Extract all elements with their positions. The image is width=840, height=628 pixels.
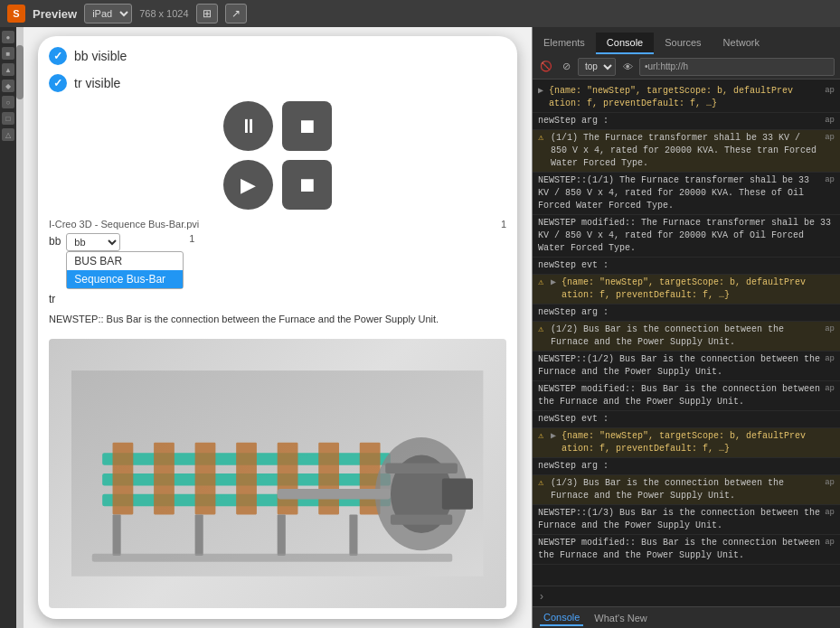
svg-rect-21 bbox=[92, 554, 452, 562]
console-text-arg3: newStep arg : bbox=[538, 460, 835, 473]
tr-row: tr bbox=[49, 293, 506, 305]
counter1: 1 bbox=[501, 219, 506, 230]
console-entry-arg-2: newStep arg : bbox=[533, 305, 840, 322]
console-entry-evt-2: newStep evt : bbox=[533, 411, 840, 428]
sidebar-icon-6: □ bbox=[2, 112, 14, 125]
filter-icon-button[interactable]: ⊘ bbox=[558, 59, 574, 75]
dropdown-container: bb BUS BAR Sequence Bus-Bar bbox=[66, 233, 184, 289]
stop-button[interactable]: ⏹ bbox=[282, 101, 332, 151]
devtools-panel: Elements Console Sources Network 🚫 ⊘ top… bbox=[533, 27, 840, 628]
console-text-obj3: ▶ {name: "newStep", targetScope: b, defa… bbox=[551, 430, 835, 455]
checkbox-tr-label: tr visible bbox=[74, 76, 120, 90]
svg-rect-4 bbox=[113, 443, 134, 515]
sidebar-icon-2: ■ bbox=[2, 47, 14, 60]
console-output[interactable]: ▶ {name: "newStep", targetScope: b, defa… bbox=[533, 80, 840, 586]
warning-icon-3: ⚠ bbox=[538, 477, 547, 502]
preview-panel: ✓ bb visible ✓ tr visible ⏸ ⏹ ▶ ⏹ bbox=[24, 27, 533, 628]
console-link-newstep-arg-1[interactable]: ap bbox=[825, 115, 835, 127]
console-link-mod2[interactable]: ap bbox=[825, 383, 835, 408]
console-entry-mod3: NEWSTEP modified:: Bus Bar is the connec… bbox=[533, 535, 840, 565]
device-frame: ✓ bb visible ✓ tr visible ⏸ ⏹ ▶ ⏹ bbox=[38, 36, 517, 619]
bb-row: bb bb BUS BAR Sequence Bus-Bar 1 bbox=[49, 233, 506, 289]
console-text-mod2: NEWSTEP modified:: Bus Bar is the connec… bbox=[538, 383, 821, 408]
sidebar-icon-5: ○ bbox=[2, 96, 14, 108]
console-entry-evt-1: newStep evt : bbox=[533, 258, 840, 275]
devtools-toolbar: 🚫 ⊘ top 👁 bbox=[533, 54, 840, 80]
devtools-bottom: Console What's New bbox=[533, 606, 840, 628]
play-button[interactable]: ▶ bbox=[223, 160, 273, 210]
console-prompt: › bbox=[533, 586, 840, 606]
svg-rect-14 bbox=[391, 515, 452, 525]
layout-icon-button[interactable]: ⊞ bbox=[196, 4, 218, 23]
console-link-0[interactable]: ap bbox=[825, 85, 835, 110]
svg-rect-6 bbox=[195, 443, 216, 515]
console-link-w3[interactable]: ap bbox=[825, 477, 835, 502]
dropdown-item-busbar[interactable]: BUS BAR bbox=[67, 252, 183, 270]
sidebar-icon-1: ● bbox=[2, 31, 14, 43]
left-sidebar: ● ■ ▲ ◆ ○ □ △ bbox=[0, 27, 16, 628]
console-text-warning-3: (1/3) Bus Bar is the connection between … bbox=[551, 477, 821, 502]
tab-sources[interactable]: Sources bbox=[654, 33, 712, 54]
dropdown-item-sequence[interactable]: Sequence Bus-Bar bbox=[67, 270, 183, 288]
3d-svg bbox=[71, 352, 483, 595]
console-text-evt2: newStep evt : bbox=[538, 413, 835, 426]
svg-rect-7 bbox=[236, 443, 257, 515]
prompt-arrow: › bbox=[540, 590, 543, 603]
tab-elements[interactable]: Elements bbox=[533, 33, 596, 54]
console-entry-obj-3: ⚠ ▶ {name: "newStep", targetScope: b, de… bbox=[533, 428, 840, 458]
console-text-0: ▶ {name: "newStep", targetScope: b, defa… bbox=[538, 85, 821, 110]
console-text-ns13: NEWSTEP::(1/3) Bus Bar is the connection… bbox=[538, 507, 821, 532]
context-selector[interactable]: top bbox=[578, 58, 616, 76]
devtools-tabs: Elements Console Sources Network bbox=[533, 27, 840, 54]
console-entry-warning-3: ⚠ (1/3) Bus Bar is the connection betwee… bbox=[533, 475, 840, 505]
tr-label: tr bbox=[49, 293, 55, 305]
bb-dropdown-select[interactable]: bb bbox=[66, 233, 120, 251]
bb-label: bb bbox=[49, 235, 61, 248]
checkbox-bb-label: bb visible bbox=[74, 49, 127, 63]
console-text-arg2: newStep arg : bbox=[538, 306, 835, 319]
pause-button[interactable]: ⏸ bbox=[223, 101, 273, 151]
eye-icon-button[interactable]: 👁 bbox=[619, 59, 636, 75]
sequence-file-label: I-Creo 3D - Sequence Bus-Bar.pvi bbox=[49, 219, 199, 230]
open-external-button[interactable]: ↗ bbox=[225, 4, 247, 23]
console-text-mod3: NEWSTEP modified:: Bus Bar is the connec… bbox=[538, 537, 821, 562]
console-link-w1[interactable]: ap bbox=[825, 132, 835, 170]
sidebar-icon-4: ◆ bbox=[2, 80, 14, 92]
console-link-ns11[interactable]: ap bbox=[825, 174, 835, 212]
console-entry-ns13: NEWSTEP::(1/3) Bus Bar is the connection… bbox=[533, 505, 840, 535]
resolution-label: 768 x 1024 bbox=[139, 8, 188, 19]
dropdown-list: BUS BAR Sequence Bus-Bar bbox=[66, 251, 184, 289]
console-text-newstep-arg-1: newStep arg : bbox=[538, 115, 821, 127]
console-entry-obj-2: ⚠ ▶ {name: "newStep", targetScope: b, de… bbox=[533, 275, 840, 305]
stop-button-2[interactable]: ⏹ bbox=[282, 160, 332, 210]
checkbox-bb[interactable]: ✓ bbox=[49, 47, 67, 65]
svg-rect-13 bbox=[386, 464, 458, 473]
console-text-ns11: NEWSTEP::(1/1) The Furnace transformer s… bbox=[538, 174, 821, 212]
console-text-warning-1: (1/1) The Furnace transformer shall be 3… bbox=[551, 132, 821, 170]
clear-console-button[interactable]: 🚫 bbox=[538, 59, 554, 75]
warning-icon-obj3: ⚠ bbox=[538, 430, 547, 455]
url-filter-input[interactable] bbox=[639, 58, 835, 76]
console-text-mod1: NEWSTEP modified:: The Furnace transform… bbox=[538, 217, 835, 255]
console-link-ns13[interactable]: ap bbox=[825, 507, 835, 532]
3d-view bbox=[49, 339, 506, 608]
svg-rect-5 bbox=[154, 443, 175, 515]
bottom-tab-whatsnew[interactable]: What's New bbox=[590, 611, 650, 625]
tab-console[interactable]: Console bbox=[596, 33, 654, 54]
checkbox-row-bb: ✓ bb visible bbox=[49, 47, 506, 65]
console-link-ns12[interactable]: ap bbox=[825, 353, 835, 379]
console-entry-mod2: NEWSTEP modified:: Bus Bar is the connec… bbox=[533, 381, 840, 411]
checkbox-tr[interactable]: ✓ bbox=[49, 74, 67, 92]
preview-scrollbar[interactable] bbox=[16, 27, 24, 628]
console-text-ns12: NEWSTEP::(1/2) Bus Bar is the connection… bbox=[538, 353, 821, 379]
svg-rect-15 bbox=[278, 489, 391, 499]
warning-icon-2: ⚠ bbox=[538, 323, 547, 349]
console-link-mod3[interactable]: ap bbox=[825, 537, 835, 562]
bottom-tab-console[interactable]: Console bbox=[540, 610, 583, 626]
svg-rect-8 bbox=[278, 443, 298, 515]
main-area: ● ■ ▲ ◆ ○ □ △ ✓ bb visible ✓ tr visible bbox=[0, 27, 840, 628]
console-link-w2[interactable]: ap bbox=[825, 323, 835, 349]
device-selector[interactable]: iPad bbox=[84, 4, 132, 23]
svg-rect-18 bbox=[195, 515, 203, 557]
tab-network[interactable]: Network bbox=[713, 33, 770, 54]
